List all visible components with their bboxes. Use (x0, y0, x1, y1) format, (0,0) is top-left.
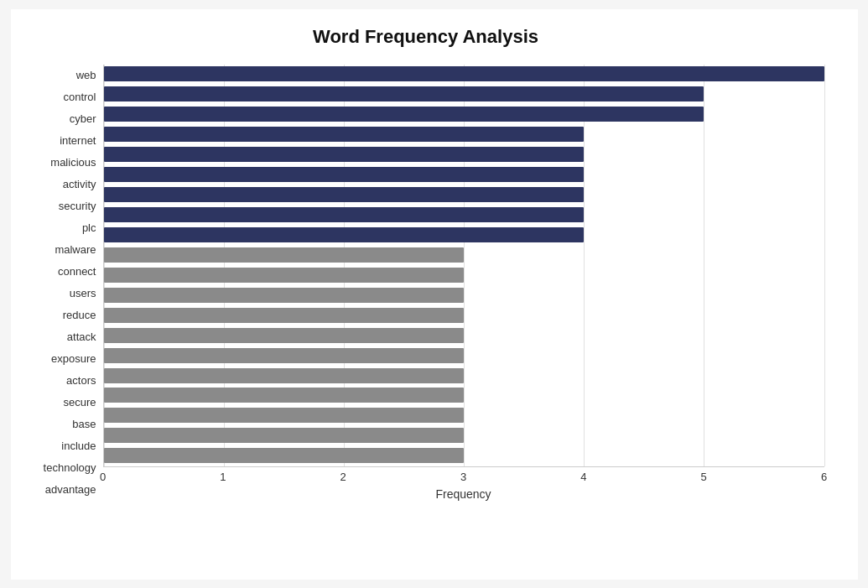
y-label: advantage (28, 484, 96, 495)
y-label: connect (28, 266, 96, 277)
y-label: control (28, 91, 96, 102)
y-label: web (28, 70, 96, 81)
bar-row (104, 426, 824, 445)
x-tick-label: 1 (220, 471, 226, 483)
bar (104, 127, 585, 142)
bar-row (104, 125, 824, 143)
bar (104, 368, 465, 383)
bar (104, 207, 585, 222)
bar-row (104, 346, 824, 365)
bar-row (104, 206, 824, 224)
bar-row (104, 246, 824, 264)
chart-area: webcontrolcyberinternetmaliciousactivity… (28, 65, 824, 501)
y-label: attack (28, 331, 96, 342)
bar (104, 388, 465, 403)
bar (104, 187, 585, 202)
y-label: plc (28, 222, 96, 233)
bar-row (104, 406, 824, 424)
y-label: malicious (28, 157, 96, 168)
bar-row (104, 386, 824, 404)
bar-row (104, 185, 824, 204)
x-tick-label: 5 (701, 471, 707, 483)
x-tick-label: 6 (821, 471, 827, 483)
bar (104, 348, 465, 363)
y-axis-labels: webcontrolcyberinternetmaliciousactivity… (28, 65, 103, 501)
y-label: cyber (28, 113, 96, 124)
bar (104, 107, 704, 122)
bar-row (104, 286, 824, 304)
y-label: technology (28, 462, 96, 473)
x-axis-area: 6543210 Frequency (103, 467, 824, 501)
bar-row (104, 446, 824, 465)
bar-row (104, 145, 824, 164)
y-label: actors (28, 375, 96, 386)
x-axis-title: Frequency (103, 487, 824, 501)
bar (104, 448, 465, 463)
bar (104, 66, 824, 81)
x-tick-label: 2 (340, 471, 346, 483)
bar (104, 227, 585, 242)
bar (104, 167, 585, 182)
y-label: users (28, 288, 96, 299)
bar (104, 147, 585, 162)
bar-row (104, 266, 824, 284)
y-label: exposure (28, 353, 96, 364)
y-label: reduce (28, 310, 96, 320)
bar-row (104, 165, 824, 184)
chart-title: Word Frequency Analysis (28, 26, 824, 48)
y-label: activity (28, 179, 96, 190)
bar-row (104, 226, 824, 244)
bar (104, 268, 465, 283)
bar (104, 308, 465, 323)
bar-row (104, 367, 824, 385)
y-label: internet (28, 135, 96, 146)
bar-row (104, 326, 824, 345)
bar (104, 288, 465, 303)
x-tick-label: 3 (460, 471, 466, 483)
chart-container: Word Frequency Analysis webcontrolcyberi… (11, 9, 858, 580)
bar-row (104, 306, 824, 325)
bar (104, 247, 465, 263)
bars-area (103, 65, 824, 467)
y-label: malware (28, 244, 96, 255)
bar (104, 428, 465, 443)
bar-row (104, 85, 824, 103)
y-label: base (28, 419, 96, 429)
y-label: security (28, 200, 96, 211)
x-tick-label: 4 (580, 471, 586, 483)
y-label: include (28, 440, 96, 451)
x-tick-label: 0 (100, 471, 106, 483)
grid-line (824, 65, 825, 466)
bar-row (104, 65, 824, 83)
bar (104, 86, 704, 101)
bar (104, 408, 465, 423)
bar (104, 328, 465, 343)
y-label: secure (28, 397, 96, 408)
bar-row (104, 105, 824, 123)
